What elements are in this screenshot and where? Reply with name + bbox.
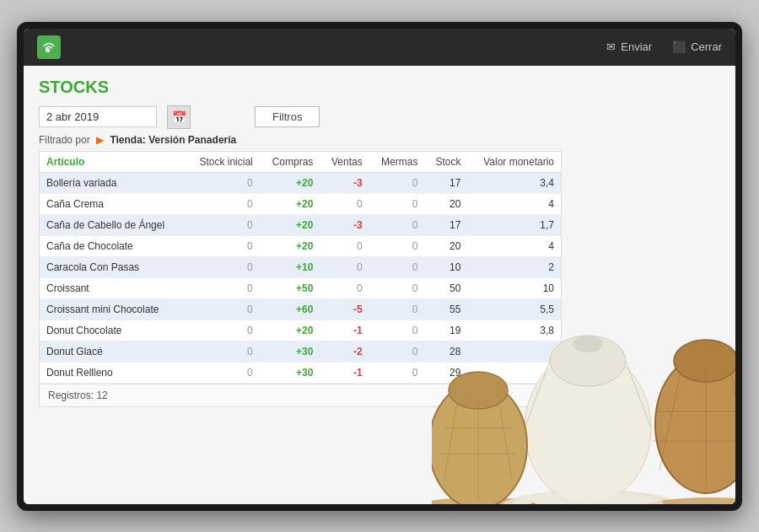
table-header-row: Artículo Stock inicial Compras Ventas Me… <box>40 152 561 173</box>
svg-point-24 <box>460 427 463 430</box>
calendar-icon[interactable]: 📅 <box>167 105 191 129</box>
cell-mermas: 0 <box>369 277 425 298</box>
svg-point-1 <box>432 497 567 504</box>
cell-ventas: -2 <box>320 341 369 362</box>
cell-mermas: 0 <box>369 320 425 341</box>
cell-compras: +20 <box>260 172 320 193</box>
svg-point-32 <box>640 502 646 503</box>
svg-point-2 <box>499 490 685 504</box>
cell-mermas: 0 <box>369 341 425 362</box>
svg-point-0 <box>48 49 51 51</box>
cell-valor: 5,5 <box>467 298 561 320</box>
send-icon: ✉ <box>606 40 616 53</box>
table-row: Croissant 0 +50 0 0 50 10 <box>40 277 561 298</box>
svg-point-18 <box>674 340 735 382</box>
col-stock: Stock <box>424 152 467 173</box>
cell-compras: +10 <box>260 256 320 277</box>
col-stock-inicial: Stock inicial <box>186 152 260 173</box>
cell-name: Caña de Cabello de Ángel <box>40 214 186 235</box>
cell-valor: 3,4 <box>467 172 561 193</box>
svg-point-27 <box>493 439 497 443</box>
close-label: Cerrar <box>691 40 722 53</box>
cell-stock-inicial: 0 <box>186 341 260 362</box>
col-valor: Valor monetario <box>467 152 561 173</box>
svg-point-26 <box>485 422 488 426</box>
cell-ventas: 0 <box>320 193 369 214</box>
cell-stock: 17 <box>424 214 467 235</box>
cell-stock: 55 <box>424 298 467 320</box>
cell-valor: 2 <box>467 256 561 277</box>
svg-line-14 <box>499 403 512 479</box>
cell-stock-inicial: 0 <box>186 362 260 383</box>
filter-prefix: Filtrado por <box>39 134 90 146</box>
svg-line-7 <box>626 361 651 428</box>
cell-ventas: 0 <box>320 235 369 256</box>
cell-mermas: 0 <box>369 193 425 214</box>
svg-point-9 <box>512 492 664 504</box>
cell-valor <box>467 341 561 362</box>
cell-name: Donut Rellleno <box>40 362 186 383</box>
cell-compras: +60 <box>260 298 320 320</box>
filter-button[interactable]: Filtros <box>255 106 320 127</box>
table-row: Donut Chocolate 0 +20 -1 0 19 3,8 <box>40 320 561 341</box>
cell-stock: 29 <box>424 362 467 383</box>
cell-valor <box>467 362 561 383</box>
table-body: Bollería variada 0 +20 -3 0 17 3,4 Caña … <box>40 172 561 383</box>
wifi-icon <box>37 35 61 59</box>
svg-line-12 <box>444 403 457 479</box>
filter-arrow: ▶ <box>96 134 104 146</box>
cell-valor: 3,8 <box>467 320 561 341</box>
cell-compras: +30 <box>260 362 320 383</box>
col-compras: Compras <box>260 152 320 173</box>
stocks-table: Artículo Stock inicial Compras Ventas Me… <box>40 152 561 384</box>
cell-compras: +50 <box>260 277 320 298</box>
table-row: Donut Rellleno 0 +30 -1 0 29 <box>40 362 561 383</box>
svg-point-3 <box>634 497 735 504</box>
cell-mermas: 0 <box>369 362 425 383</box>
cell-mermas: 0 <box>369 172 425 193</box>
cell-stock-inicial: 0 <box>186 172 260 193</box>
screen: ✉ Enviar ⬛ Cerrar STOCKS 📅 Filtros Filtr… <box>24 29 735 504</box>
cell-stock: 10 <box>424 256 467 277</box>
cell-name: Caracola Con Pasas <box>40 256 186 277</box>
cell-compras: +20 <box>260 320 320 341</box>
date-input[interactable] <box>39 106 157 127</box>
cell-valor: 1,7 <box>467 214 561 235</box>
table-row: Caña de Cabello de Ángel 0 +20 -3 0 17 1… <box>40 214 561 235</box>
table-row: Caracola Con Pasas 0 +10 0 0 10 2 <box>40 256 561 277</box>
cell-compras: +30 <box>260 341 320 362</box>
cell-ventas: -5 <box>320 298 369 320</box>
cell-stock-inicial: 0 <box>186 214 260 235</box>
cell-name: Donut Glacé <box>40 341 186 362</box>
send-button[interactable]: ✉ Enviar <box>606 40 652 53</box>
cell-name: Bollería variada <box>40 172 186 193</box>
cell-mermas: 0 <box>369 235 425 256</box>
cell-stock: 28 <box>424 341 467 362</box>
monitor: ✉ Enviar ⬛ Cerrar STOCKS 📅 Filtros Filtr… <box>17 22 742 511</box>
cell-name: Croissant mini Chocolate <box>40 298 186 320</box>
cell-ventas: -1 <box>320 320 369 341</box>
cell-stock-inicial: 0 <box>186 277 260 298</box>
cell-mermas: 0 <box>369 298 425 320</box>
svg-point-8 <box>573 336 603 352</box>
cell-stock-inicial: 0 <box>186 193 260 214</box>
table-container: Artículo Stock inicial Compras Ventas Me… <box>39 151 562 407</box>
exit-icon: ⬛ <box>672 40 686 53</box>
close-button[interactable]: ⬛ Cerrar <box>672 40 722 53</box>
cell-name: Caña Crema <box>40 193 186 214</box>
cell-name: Caña de Chocolate <box>40 235 186 256</box>
cell-stock: 17 <box>424 172 467 193</box>
cell-ventas: -3 <box>320 172 369 193</box>
table-row: Bollería variada 0 +20 -3 0 17 3,4 <box>40 172 561 193</box>
filter-store: Tienda: Versión Panadería <box>110 134 236 146</box>
cell-ventas: -1 <box>320 362 369 383</box>
topbar-left <box>37 35 61 59</box>
cell-stock-inicial: 0 <box>186 235 260 256</box>
cell-valor: 4 <box>467 235 561 256</box>
send-label: Enviar <box>621 40 652 53</box>
svg-point-28 <box>464 448 467 451</box>
cell-stock: 20 <box>424 235 467 256</box>
col-articulo: Artículo <box>40 152 186 173</box>
cell-valor: 4 <box>467 193 561 214</box>
cell-valor: 10 <box>467 277 561 298</box>
